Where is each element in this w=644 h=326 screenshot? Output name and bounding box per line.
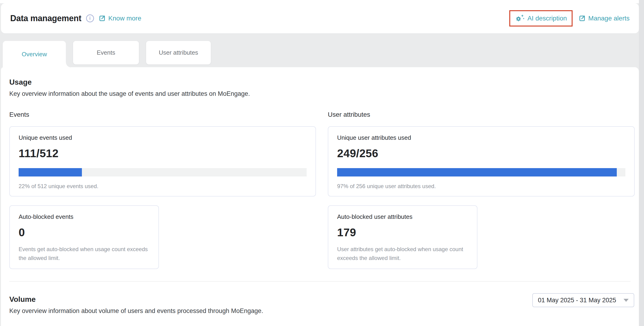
usage-cards-row: Unique events used 111/512 22% of 512 un…	[9, 126, 630, 197]
know-more-label: Know more	[108, 15, 142, 22]
info-icon[interactable]: i	[86, 14, 94, 22]
header-bar: Data management i Know more	[1, 3, 639, 33]
section-label-row: Events User attributes	[9, 97, 630, 118]
blocked-cards-row: Auto-blocked events 0 Events get auto-bl…	[9, 205, 630, 269]
volume-section: Volume Key overview information about vo…	[9, 295, 630, 315]
ai-description-label: AI description	[528, 15, 567, 22]
card-title: Auto-blocked events	[18, 213, 150, 220]
external-link-icon	[578, 15, 586, 22]
title-group: Data management i Know more	[10, 13, 141, 23]
card-title: Unique user attributes used	[337, 134, 626, 141]
tab-bar: Overview Events User attributes	[3, 41, 211, 67]
tab-user-attributes-label: User attributes	[159, 49, 198, 56]
card-value: 0	[18, 226, 150, 239]
card-caption: Events get auto-blocked when usage count…	[18, 245, 150, 263]
page-title: Data management	[10, 13, 82, 23]
date-range-value: 01 May 2025 - 31 May 2025	[538, 297, 616, 304]
card-title: Unique events used	[18, 134, 307, 141]
section-divider	[9, 281, 630, 282]
manage-alerts-button[interactable]: Manage alerts	[578, 15, 630, 22]
usage-description: Key overview information about the usage…	[9, 90, 630, 97]
user-attributes-progress-bar	[337, 168, 626, 176]
manage-alerts-label: Manage alerts	[588, 15, 630, 22]
ai-description-button[interactable]: AI description	[515, 14, 567, 23]
volume-description: Key overview information about volume of…	[9, 308, 630, 315]
auto-blocked-user-attributes-card: Auto-blocked user attributes 179 User at…	[328, 205, 478, 269]
tab-overview[interactable]: Overview	[3, 41, 66, 67]
card-value: 249/256	[337, 147, 626, 160]
red-annotation-highlight: AI description	[509, 10, 572, 26]
card-value: 179	[337, 226, 468, 239]
events-progress-fill	[18, 168, 82, 176]
user-attributes-progress-fill	[337, 168, 617, 176]
tab-overview-label: Overview	[22, 51, 47, 58]
unique-user-attributes-card: Unique user attributes used 249/256 97% …	[328, 126, 635, 197]
card-value: 111/512	[18, 147, 307, 160]
caret-down-icon	[624, 299, 629, 302]
tab-user-attributes[interactable]: User attributes	[146, 41, 211, 64]
card-title: Auto-blocked user attributes	[337, 213, 468, 220]
tab-events-label: Events	[97, 49, 116, 56]
tab-events[interactable]: Events	[73, 41, 139, 64]
events-progress-bar	[18, 168, 307, 176]
header-actions: AI description Manage alerts	[509, 10, 630, 26]
know-more-link[interactable]: Know more	[99, 15, 142, 22]
scrollbar-gutter[interactable]	[639, 0, 644, 326]
auto-blocked-events-card: Auto-blocked events 0 Events get auto-bl…	[9, 205, 159, 269]
card-caption: 22% of 512 unique events used.	[18, 183, 307, 190]
content-panel: Usage Key overview information about the…	[1, 67, 639, 326]
events-section-label: Events	[9, 111, 316, 118]
unique-events-card: Unique events used 111/512 22% of 512 un…	[9, 126, 316, 197]
gear-sparkle-icon	[515, 14, 525, 23]
user-attributes-section-label: User attributes	[328, 111, 635, 118]
usage-heading: Usage	[9, 78, 630, 86]
date-range-select[interactable]: 01 May 2025 - 31 May 2025	[532, 293, 634, 307]
card-caption: 97% of 256 unique user attributes used.	[337, 183, 626, 190]
external-link-icon	[99, 15, 106, 22]
card-caption: User attributes get auto-blocked when us…	[337, 245, 468, 263]
